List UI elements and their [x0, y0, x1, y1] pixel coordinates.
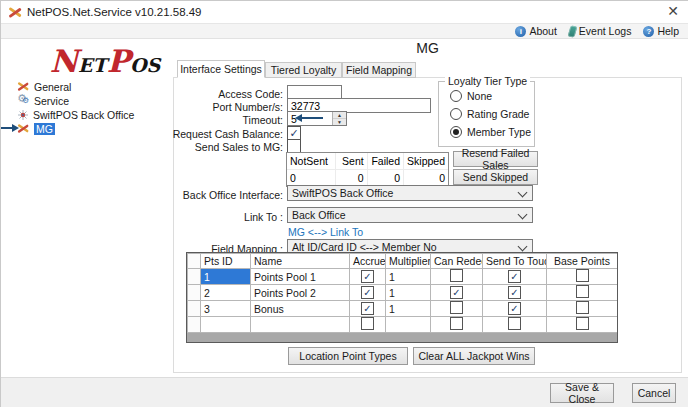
- can-redeem-cell[interactable]: ✓: [431, 285, 483, 301]
- base-points-cell[interactable]: [547, 317, 618, 333]
- stat-header: NotSent: [287, 153, 335, 170]
- name-cell[interactable]: Points Pool 1: [251, 269, 350, 285]
- column-header[interactable]: Base Points: [547, 254, 618, 269]
- mg-link-to-link[interactable]: MG <--> Link To: [288, 226, 363, 238]
- column-header[interactable]: Pts ID: [201, 254, 251, 269]
- about-menu-item[interactable]: i About: [515, 25, 556, 37]
- sidebar-item-service[interactable]: ⚙⚙ Service: [17, 94, 69, 107]
- radio-member-type[interactable]: Member Type: [450, 126, 531, 138]
- tab-interface-settings[interactable]: Interface Settings: [177, 60, 265, 78]
- cancel-button[interactable]: Cancel: [632, 383, 676, 403]
- cell-checkbox[interactable]: ✓: [361, 286, 374, 299]
- link-to-select[interactable]: Back Office: [287, 207, 533, 223]
- column-header[interactable]: Multiplier: [386, 254, 431, 269]
- send-to-touch-cell[interactable]: ✓: [483, 269, 547, 285]
- name-cell[interactable]: Points Pool 2: [251, 285, 350, 301]
- pts-id-cell[interactable]: 1: [201, 269, 251, 285]
- close-icon[interactable]: ✕: [667, 3, 679, 19]
- base-points-cell[interactable]: [547, 285, 618, 301]
- column-header[interactable]: Name: [251, 254, 350, 269]
- clear-all-jackpot-wins-button[interactable]: Clear ALL Jackpot Wins: [413, 347, 535, 365]
- sidebar-item-label: General: [34, 81, 71, 93]
- cell-checkbox[interactable]: [450, 269, 463, 282]
- logo-part: ET: [78, 54, 107, 76]
- pts-id-cell[interactable]: 3: [201, 301, 251, 317]
- row-header[interactable]: [188, 285, 201, 301]
- base-points-cell[interactable]: [547, 269, 618, 285]
- spin-down-icon[interactable]: ▼: [333, 119, 346, 126]
- radio-icon: [450, 108, 462, 120]
- cell-checkbox[interactable]: ✓: [508, 270, 521, 283]
- spinner-buttons[interactable]: ▲ ▼: [332, 112, 346, 125]
- burst-icon: [17, 109, 29, 121]
- location-point-types-button[interactable]: Location Point Types: [288, 347, 408, 365]
- link-to-label: Link To :: [123, 211, 283, 223]
- event-log-icon: [567, 25, 577, 37]
- send-sales-checkbox[interactable]: [287, 139, 301, 153]
- pts-id-cell[interactable]: 2: [201, 285, 251, 301]
- send-to-touch-cell[interactable]: ✓: [483, 285, 547, 301]
- can-redeem-cell[interactable]: [431, 269, 483, 285]
- cell-checkbox[interactable]: ✓: [361, 302, 374, 315]
- table-row: 1Points Pool 1✓1✓: [188, 269, 618, 285]
- multiplier-cell[interactable]: 1: [386, 301, 431, 317]
- pts-id-cell[interactable]: [201, 317, 251, 333]
- tab-tiered-loyalty[interactable]: Tiered Loyalty: [265, 62, 342, 78]
- sidebar-item-mg[interactable]: MG: [17, 122, 55, 135]
- base-points-cell[interactable]: [547, 301, 618, 317]
- cell-checkbox[interactable]: [508, 317, 521, 330]
- cell-checkbox[interactable]: [576, 301, 589, 314]
- cell-checkbox[interactable]: [576, 317, 589, 330]
- column-header[interactable]: Can Redeem: [431, 254, 483, 269]
- chevron-down-icon: [518, 188, 528, 198]
- app-window: NetPOS.Net.Service v10.21.58.49 ✕ i Abou…: [0, 0, 688, 407]
- radio-rating-grade[interactable]: Rating Grade: [450, 108, 529, 120]
- cell-checkbox[interactable]: [576, 269, 589, 282]
- cell-checkbox[interactable]: ✓: [508, 302, 521, 315]
- cell-checkbox[interactable]: [361, 317, 374, 330]
- menu-items: i About Event Logs ? Help: [515, 24, 679, 38]
- logo-part: OS: [130, 54, 160, 76]
- sidebar-item-swiftpos-back-office[interactable]: SwiftPOS Back Office: [17, 108, 134, 121]
- cell-checkbox[interactable]: [450, 301, 463, 314]
- accrue-cell[interactable]: ✓: [350, 285, 386, 301]
- column-header[interactable]: Accrue: [350, 254, 386, 269]
- cell-checkbox[interactable]: ✓: [508, 286, 521, 299]
- row-header[interactable]: [188, 301, 201, 317]
- radio-none[interactable]: None: [450, 90, 492, 102]
- cell-checkbox[interactable]: ✓: [450, 286, 463, 299]
- request-cash-balance-checkbox[interactable]: ✓: [287, 126, 301, 140]
- can-redeem-cell[interactable]: [431, 301, 483, 317]
- back-office-interface-select[interactable]: SwiftPOS Back Office: [287, 185, 533, 201]
- help-menu-item[interactable]: ? Help: [643, 25, 679, 37]
- save-close-button[interactable]: Save & Close: [550, 383, 614, 403]
- accrue-cell[interactable]: [350, 317, 386, 333]
- loyalty-tier-title: Loyalty Tier Type: [445, 75, 530, 87]
- accrue-cell[interactable]: ✓: [350, 301, 386, 317]
- multiplier-cell[interactable]: 1: [386, 285, 431, 301]
- send-to-touch-cell[interactable]: ✓: [483, 301, 547, 317]
- tab-field-mapping[interactable]: Field Mapping: [342, 62, 416, 78]
- multiplier-cell[interactable]: [386, 317, 431, 333]
- column-header[interactable]: Send To Touch: [483, 254, 547, 269]
- send-skipped-button[interactable]: Send Skipped: [453, 169, 538, 185]
- row-header[interactable]: [188, 269, 201, 285]
- chevron-down-icon: [518, 210, 528, 220]
- name-cell[interactable]: Bonus: [251, 301, 350, 317]
- multiplier-cell[interactable]: 1: [386, 269, 431, 285]
- can-redeem-cell[interactable]: [431, 317, 483, 333]
- send-to-touch-cell[interactable]: [483, 317, 547, 333]
- stat-header: Skipped: [404, 153, 448, 170]
- event-logs-menu-item[interactable]: Event Logs: [569, 25, 632, 37]
- accrue-cell[interactable]: ✓: [350, 269, 386, 285]
- cell-checkbox[interactable]: [450, 317, 463, 330]
- row-header[interactable]: [188, 317, 201, 333]
- name-cell[interactable]: [251, 317, 350, 333]
- cell-checkbox[interactable]: [576, 285, 589, 298]
- radio-label: None: [467, 90, 492, 102]
- resend-failed-sales-button[interactable]: Resend Failed Sales: [453, 151, 538, 167]
- about-label: About: [529, 25, 556, 37]
- cell-checkbox[interactable]: ✓: [361, 270, 374, 283]
- port-number-label: Port Number/s:: [123, 101, 283, 113]
- title-bar: NetPOS.Net.Service v10.21.58.49 ✕: [1, 1, 688, 23]
